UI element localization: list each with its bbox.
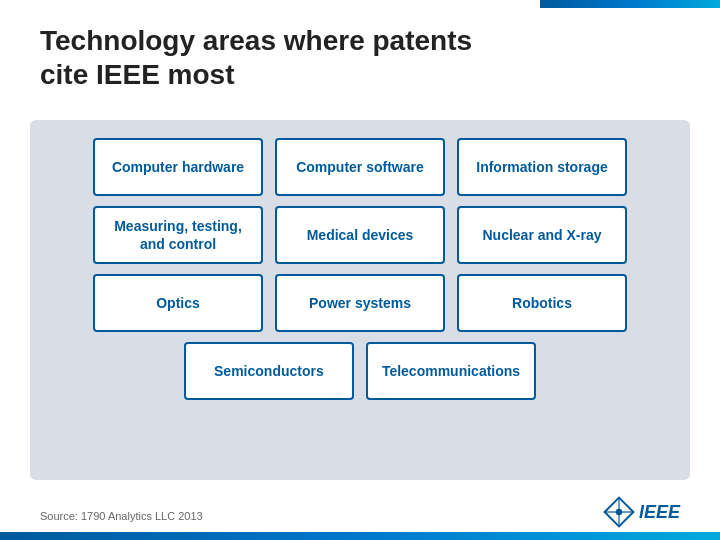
grid-row-1: Computer hardware Computer software Info… xyxy=(50,138,670,196)
tile-computer-hardware: Computer hardware xyxy=(93,138,263,196)
technology-grid: Computer hardware Computer software Info… xyxy=(30,120,690,480)
tile-medical-devices: Medical devices xyxy=(275,206,445,264)
grid-row-4: Semiconductors Telecommunications xyxy=(50,342,670,400)
tile-optics: Optics xyxy=(93,274,263,332)
grid-row-3: Optics Power systems Robotics xyxy=(50,274,670,332)
tile-nuclear-xray: Nuclear and X-ray xyxy=(457,206,627,264)
page-title: Technology areas where patents cite IEEE… xyxy=(40,24,472,91)
tile-robotics: Robotics xyxy=(457,274,627,332)
grid-row-2: Measuring, testing,and control Medical d… xyxy=(50,206,670,264)
tile-information-storage: Information storage xyxy=(457,138,627,196)
tile-computer-software: Computer software xyxy=(275,138,445,196)
ieee-logo: IEEE xyxy=(603,496,680,528)
top-accent-bar xyxy=(540,0,720,8)
tile-measuring-testing: Measuring, testing,and control xyxy=(93,206,263,264)
tile-power-systems: Power systems xyxy=(275,274,445,332)
bottom-accent-bar xyxy=(0,532,720,540)
tile-semiconductors: Semiconductors xyxy=(184,342,354,400)
ieee-diamond-icon xyxy=(603,496,635,528)
tile-telecommunications: Telecommunications xyxy=(366,342,536,400)
ieee-text: IEEE xyxy=(639,502,680,523)
svg-point-3 xyxy=(616,509,622,515)
source-citation: Source: 1790 Analytics LLC 2013 xyxy=(40,510,203,522)
